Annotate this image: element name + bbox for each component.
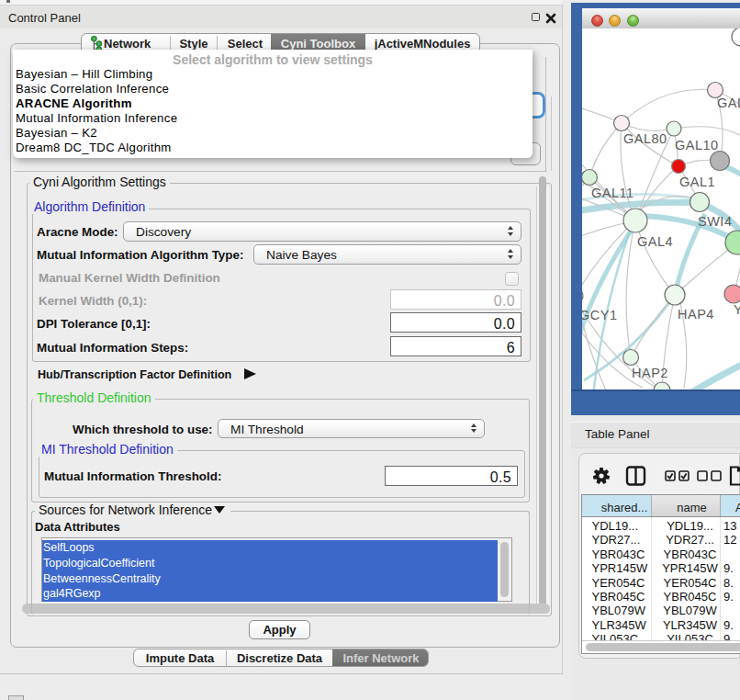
svg-text:GAL4: GAL4 (637, 234, 673, 249)
svg-text:HAP4: HAP4 (678, 307, 714, 322)
svg-text:GAL80: GAL80 (623, 131, 667, 146)
svg-text:GAL1: GAL1 (679, 175, 715, 189)
svg-text:HAP2: HAP2 (632, 366, 668, 380)
svg-text:GAL10: GAL10 (675, 138, 719, 152)
svg-text:GAL7: GAL7 (717, 96, 740, 110)
svg-text:GAL11: GAL11 (591, 186, 634, 200)
svg-text:SWI4: SWI4 (698, 214, 732, 229)
svg-text:YD: YD (734, 302, 740, 317)
svg-text:GCY1: GCY1 (582, 308, 618, 322)
